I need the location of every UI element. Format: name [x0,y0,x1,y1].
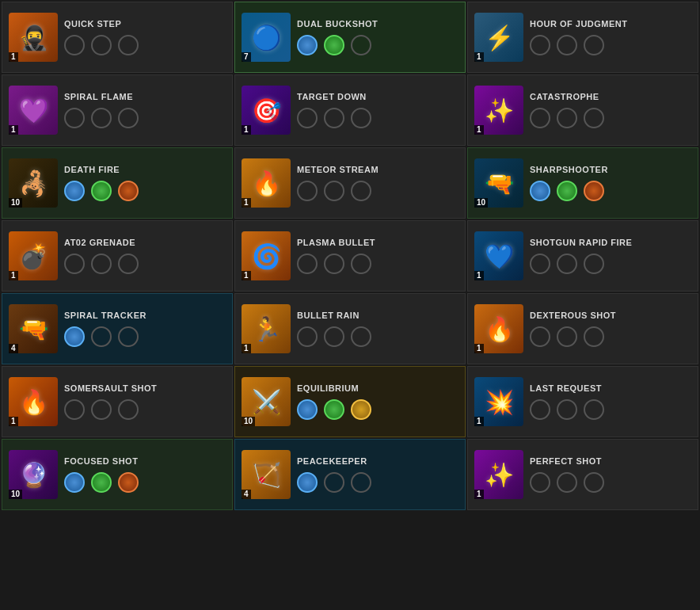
skill-circle-catastrophe-2[interactable] [584,108,604,128]
skill-circle-spiral-flame-2[interactable] [118,108,139,128]
skill-circle-hour-of-judgment-2[interactable] [584,35,604,55]
skill-circle-dexterous-shot-0[interactable] [530,326,550,347]
skill-circle-equilibrium-2[interactable] [351,399,371,420]
skill-info-sharpshooter: SHARPSHOOTER [530,165,691,201]
skill-circle-meteor-stream-2[interactable] [351,181,371,201]
skill-circle-death-fire-2[interactable] [118,181,139,201]
skill-circle-equilibrium-1[interactable] [324,399,344,420]
skill-circle-dual-buckshot-0[interactable] [297,35,318,55]
skill-info-shotgun-rapid-fire: SHOTGUN RAPID FIRE [530,238,691,274]
skill-circle-dual-buckshot-2[interactable] [351,35,371,55]
skill-info-peacekeeper: PEACEKEEPER [297,456,458,493]
skill-circle-death-fire-1[interactable] [91,181,112,201]
skill-circle-shotgun-rapid-fire-2[interactable] [584,254,604,274]
skill-circle-spiral-flame-1[interactable] [91,108,112,128]
skill-circle-spiral-tracker-0[interactable] [64,326,85,347]
plasma-bullet-icon: 🌀 [252,242,281,270]
skill-circle-sharpshooter-0[interactable] [530,181,550,201]
skill-circle-perfect-shot-2[interactable] [584,472,604,493]
skill-info-quick-step: QUICK STEP [64,19,226,55]
skill-info-focused-shot: FOCUSED SHOT [64,456,226,493]
skill-circle-focused-shot-1[interactable] [91,472,112,493]
skill-name-meteor-stream: METEOR STREAM [297,165,458,174]
skill-circle-quick-step-1[interactable] [91,35,112,55]
skill-info-last-request: LAST REQUEST [530,383,691,420]
skill-circle-at02-grenade-0[interactable] [64,254,85,274]
skill-circle-focused-shot-0[interactable] [64,472,85,493]
skill-circle-perfect-shot-1[interactable] [557,472,577,493]
skill-circle-last-request-2[interactable] [584,399,604,420]
skill-circle-peacekeeper-2[interactable] [351,472,371,493]
skill-circle-dexterous-shot-1[interactable] [557,326,577,347]
skill-card-spiral-flame: 💜1SPIRAL FLAME [2,74,233,146]
skill-circles-sharpshooter [530,181,691,201]
skill-circle-spiral-flame-0[interactable] [64,108,85,128]
target-down-icon: 🎯 [252,97,281,124]
skill-info-meteor-stream: METEOR STREAM [297,165,458,201]
skill-circle-shotgun-rapid-fire-1[interactable] [557,254,577,274]
skill-card-hour-of-judgment: ⚡1HOUR OF JUDGMENT [467,2,698,73]
skill-card-perfect-shot: ✨1PERFECT SHOT [467,439,698,510]
skill-circle-equilibrium-0[interactable] [297,399,318,420]
skill-circle-shotgun-rapid-fire-0[interactable] [530,254,550,274]
catastrophe-icon: ✨ [485,97,514,124]
skill-level-shotgun-rapid-fire: 1 [474,271,484,280]
skill-info-hour-of-judgment: HOUR OF JUDGMENT [530,19,691,55]
skill-circle-spiral-tracker-2[interactable] [118,326,139,347]
skill-circle-last-request-1[interactable] [557,399,577,420]
skill-info-dexterous-shot: DEXTEROUS SHOT [530,311,691,347]
skill-circle-plasma-bullet-0[interactable] [297,254,318,274]
skill-circle-hour-of-judgment-1[interactable] [557,35,577,55]
skill-circle-somersault-shot-2[interactable] [118,399,139,420]
skill-name-bullet-rain: BULLET RAIN [297,311,458,320]
skill-circle-peacekeeper-0[interactable] [297,472,318,493]
skill-icon-wrap-quick-step: 🥷1 [9,13,58,62]
skill-level-dual-buckshot: 7 [242,52,251,62]
skill-circle-target-down-0[interactable] [297,108,318,128]
skill-circle-meteor-stream-1[interactable] [324,181,344,201]
skill-circle-dual-buckshot-1[interactable] [324,35,344,55]
skill-circle-spiral-tracker-1[interactable] [91,326,112,347]
skill-circle-somersault-shot-1[interactable] [91,399,112,420]
focused-shot-icon: 🔮 [19,461,48,489]
skill-circle-bullet-rain-2[interactable] [351,326,371,347]
skill-circle-death-fire-0[interactable] [64,181,85,201]
skill-circle-plasma-bullet-1[interactable] [324,254,344,274]
skill-circle-meteor-stream-0[interactable] [297,181,318,201]
skill-circle-peacekeeper-1[interactable] [324,472,344,493]
skill-info-spiral-tracker: SPIRAL TRACKER [64,311,226,347]
skill-circle-catastrophe-0[interactable] [530,108,550,128]
skill-circle-last-request-0[interactable] [530,399,550,420]
skill-circle-focused-shot-2[interactable] [118,472,139,493]
skill-circle-quick-step-2[interactable] [118,35,139,55]
skill-level-sharpshooter: 10 [474,198,488,208]
skill-circle-at02-grenade-2[interactable] [118,254,139,274]
skill-circle-plasma-bullet-2[interactable] [351,254,371,274]
skill-circle-catastrophe-1[interactable] [557,108,577,128]
skill-circle-bullet-rain-0[interactable] [297,326,318,347]
skill-circle-hour-of-judgment-0[interactable] [530,35,550,55]
skill-circle-perfect-shot-0[interactable] [530,472,550,493]
skill-circle-target-down-1[interactable] [324,108,344,128]
skill-info-bullet-rain: BULLET RAIN [297,311,458,347]
skill-name-peacekeeper: PEACEKEEPER [297,456,458,466]
skill-circle-sharpshooter-1[interactable] [557,181,577,201]
skill-circles-quick-step [64,35,226,55]
skill-circle-at02-grenade-1[interactable] [91,254,112,274]
spiral-flame-icon: 💜 [19,97,48,124]
skill-circle-dexterous-shot-2[interactable] [584,326,604,347]
skill-circle-sharpshooter-2[interactable] [584,181,604,201]
skill-circle-somersault-shot-0[interactable] [64,399,85,420]
skill-circles-focused-shot [64,472,226,493]
skill-icon-wrap-hour-of-judgment: ⚡1 [474,13,523,62]
skill-circle-quick-step-0[interactable] [64,35,85,55]
skill-circle-bullet-rain-1[interactable] [324,326,344,347]
death-fire-icon: 🦂 [19,170,48,197]
skill-name-hour-of-judgment: HOUR OF JUDGMENT [530,19,691,29]
skill-level-focused-shot: 10 [9,490,22,499]
skill-circles-shotgun-rapid-fire [530,254,691,274]
skill-icon-wrap-dexterous-shot: 🔥1 [474,304,523,353]
skill-circle-target-down-2[interactable] [351,108,371,128]
skill-level-catastrophe: 1 [474,125,484,135]
skill-name-last-request: LAST REQUEST [530,383,691,393]
